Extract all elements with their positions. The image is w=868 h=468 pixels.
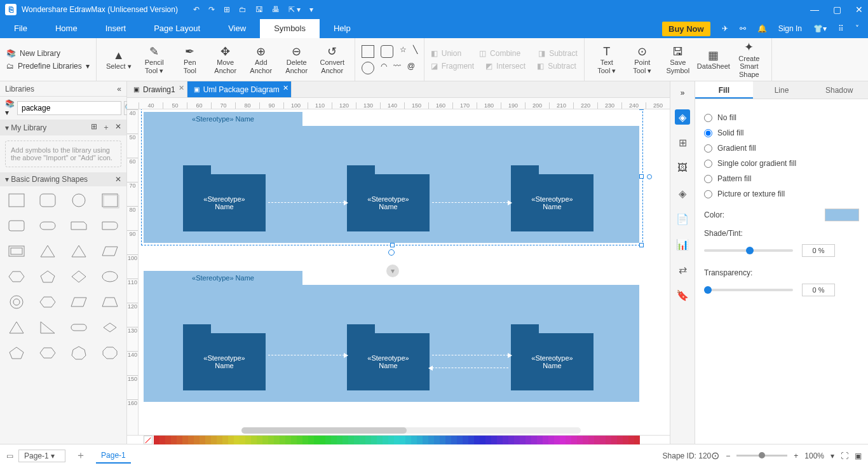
- color-cell[interactable]: [560, 436, 566, 444]
- color-cell[interactable]: [531, 436, 537, 444]
- subtract-button[interactable]: ◨Subtract: [538, 49, 578, 58]
- doc-tab-drawing1[interactable]: ▣Drawing1✕: [127, 81, 187, 97]
- sel-handle-s[interactable]: [390, 243, 395, 247]
- rect-shape[interactable]: [362, 45, 374, 58]
- fill-opt-picture-or-texture-fill[interactable]: Picture or texture fill: [704, 189, 859, 198]
- color-cell[interactable]: [154, 436, 159, 444]
- color-cell[interactable]: [365, 436, 371, 444]
- shade-slider[interactable]: [704, 249, 793, 252]
- color-cell[interactable]: [548, 436, 554, 444]
- library-search-input[interactable]: [17, 101, 121, 115]
- color-cell[interactable]: [514, 436, 520, 444]
- move-anchor-button[interactable]: ✥MoveAnchor: [210, 45, 241, 74]
- menu-page-layout[interactable]: Page Layout: [140, 19, 214, 38]
- color-cell[interactable]: [211, 436, 217, 444]
- color-cell[interactable]: [308, 436, 314, 444]
- new-icon[interactable]: ⊞: [224, 5, 230, 14]
- create-smart-shape-button[interactable]: ✦CreateSmart Shape: [733, 41, 765, 78]
- color-cell[interactable]: [297, 436, 302, 444]
- delete-anchor-button[interactable]: ⊖DeleteAnchor: [281, 45, 313, 74]
- color-cell[interactable]: [497, 436, 503, 444]
- fill-opt-no-fill[interactable]: No fill: [704, 113, 859, 122]
- color-cell[interactable]: [394, 436, 400, 444]
- color-cell[interactable]: [280, 436, 285, 444]
- color-cell[interactable]: [508, 436, 514, 444]
- color-cell[interactable]: [571, 436, 577, 444]
- color-cell[interactable]: [623, 436, 628, 444]
- add-anchor-button[interactable]: ⊕AddAnchor: [245, 45, 277, 74]
- layout-panel-icon[interactable]: ⊞: [675, 135, 690, 150]
- color-cell[interactable]: [205, 436, 211, 444]
- package-outer-1[interactable]: «Stereotype» Name «Stereotype»Name «Ster…: [144, 126, 639, 243]
- pencil-tool-button[interactable]: ✎PencilTool ▾: [139, 45, 170, 74]
- package-inner-1b[interactable]: «Stereotype»Name: [347, 174, 430, 231]
- color-cell[interactable]: [159, 436, 165, 444]
- color-cell[interactable]: [342, 436, 348, 444]
- menu-insert[interactable]: Insert: [92, 19, 140, 38]
- color-cell[interactable]: [217, 436, 222, 444]
- color-cell[interactable]: [360, 436, 365, 444]
- color-cell[interactable]: [245, 436, 251, 444]
- menu-home[interactable]: Home: [41, 19, 92, 38]
- fragment-button[interactable]: ◪Fragment: [431, 62, 474, 71]
- open-icon[interactable]: 🗀: [239, 5, 247, 14]
- color-cell[interactable]: [262, 436, 268, 444]
- color-cell[interactable]: [405, 436, 411, 444]
- intersect-button[interactable]: ◩Intersect: [485, 62, 526, 71]
- undo-icon[interactable]: ↶: [193, 5, 200, 14]
- color-cell[interactable]: [200, 436, 205, 444]
- play-icon[interactable]: ⊙: [711, 450, 719, 462]
- color-cell[interactable]: [285, 436, 291, 444]
- color-cell[interactable]: [268, 436, 274, 444]
- color-cell[interactable]: [543, 436, 548, 444]
- fill-opt-single-color-gradient-fill[interactable]: Single color gradient fill: [704, 159, 859, 168]
- page-panel-icon[interactable]: 📄: [675, 211, 690, 226]
- shape-roundrect[interactable]: [35, 190, 61, 210]
- shape-pill[interactable]: [35, 216, 61, 236]
- shape-hexagon3[interactable]: [35, 343, 61, 363]
- collapse-ribbon-icon[interactable]: ˅: [855, 24, 859, 33]
- redo-icon[interactable]: ↷: [208, 5, 215, 14]
- package-inner-2a[interactable]: «Stereotype»Name: [183, 333, 266, 390]
- rotate-handle[interactable]: [388, 249, 395, 256]
- zoom-in-button[interactable]: +: [794, 451, 798, 460]
- shape-righttri[interactable]: [35, 317, 61, 338]
- color-cell[interactable]: [491, 436, 497, 444]
- signin-link[interactable]: Sign In: [778, 24, 802, 33]
- shape-square[interactable]: [4, 190, 30, 210]
- spiral-shape[interactable]: @: [407, 62, 415, 74]
- arrow-5[interactable]: [432, 368, 508, 368]
- star-shape[interactable]: ☆: [400, 45, 407, 58]
- fit-page-icon[interactable]: ⛶: [841, 451, 848, 460]
- fullscreen-icon[interactable]: ▣: [855, 451, 862, 460]
- arc-shape[interactable]: ◠: [381, 62, 387, 74]
- text-tool-button[interactable]: TTextTool ▾: [591, 45, 623, 74]
- close-basic-icon[interactable]: ✕: [115, 175, 121, 184]
- color-cell[interactable]: [314, 436, 320, 444]
- color-cell[interactable]: [274, 436, 280, 444]
- color-swatch[interactable]: [825, 209, 859, 221]
- shape-octagon[interactable]: [97, 343, 123, 363]
- my-library-section[interactable]: My Library: [11, 123, 46, 132]
- roundrect-shape[interactable]: [381, 45, 393, 58]
- basic-shapes-section[interactable]: Basic Drawing Shapes: [11, 175, 88, 184]
- fill-panel-icon[interactable]: ◈: [675, 109, 690, 125]
- color-cell[interactable]: [400, 436, 405, 444]
- new-library-button[interactable]: 📚New Library: [6, 49, 90, 58]
- sel-handle-ne[interactable]: [639, 109, 644, 110]
- collapse-left-icon[interactable]: «: [117, 85, 121, 93]
- color-cell[interactable]: [611, 436, 617, 444]
- fill-tab[interactable]: Fill: [695, 81, 753, 99]
- menu-file[interactable]: File: [0, 19, 41, 38]
- menu-view[interactable]: View: [214, 19, 260, 38]
- color-cell[interactable]: [337, 436, 342, 444]
- color-cell[interactable]: [188, 436, 194, 444]
- print-icon[interactable]: 🖶: [272, 5, 280, 14]
- package-inner-1a[interactable]: «Stereotype»Name: [183, 174, 266, 231]
- shape-trapezoid[interactable]: [97, 292, 123, 312]
- color-cell[interactable]: [251, 436, 257, 444]
- point-tool-button[interactable]: ⊙PointTool ▾: [627, 45, 658, 74]
- package-tab-2[interactable]: «Stereotype» Name: [144, 271, 302, 285]
- grid-icon[interactable]: ⠿: [838, 24, 844, 33]
- color-cell[interactable]: [291, 436, 297, 444]
